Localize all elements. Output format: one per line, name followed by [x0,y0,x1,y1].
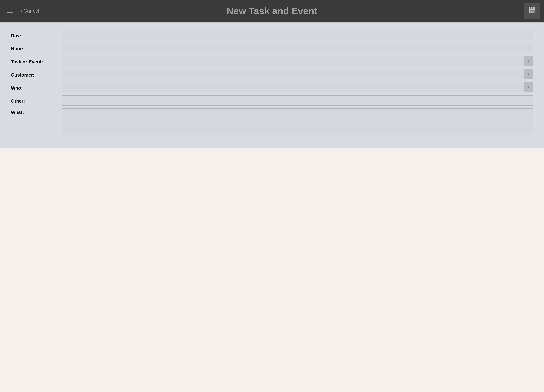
customer-select[interactable] [62,69,533,79]
hour-label: Hour: [11,45,62,52]
svg-rect-1 [530,7,533,9]
hamburger-menu-button[interactable] [4,6,16,16]
day-row: Day: [11,30,533,40]
what-textarea[interactable] [62,108,533,134]
save-button[interactable] [524,3,540,19]
cancel-button[interactable]: ‹ Cancel [19,6,41,15]
form-area: Day: Hour: Task or Event: Customer: Who: [0,23,544,148]
task-or-event-select-wrapper [62,56,533,66]
customer-select-wrapper [62,69,533,79]
task-or-event-row: Task or Event: [11,56,533,66]
other-input[interactable] [62,95,533,106]
other-label: Other: [11,97,62,104]
other-row: Other: [11,95,533,106]
save-icon [528,6,536,16]
customer-row: Customer: [11,69,533,79]
who-label: Who: [11,84,62,91]
page-title: New Task and Event [227,6,317,16]
body-area [0,148,544,238]
cancel-label: Cancel [24,8,39,14]
customer-label: Customer: [11,71,62,78]
hour-row: Hour: [11,43,533,53]
hamburger-icon [5,7,14,14]
hour-input[interactable] [62,43,533,53]
task-or-event-select[interactable] [62,56,533,66]
day-input[interactable] [62,30,533,40]
what-row: What: [11,108,533,134]
who-select-wrapper [62,82,533,92]
who-select[interactable] [62,82,533,92]
header: ‹ Cancel New Task and Event [0,0,544,22]
chevron-left-icon: ‹ [21,8,22,14]
day-label: Day: [11,32,62,39]
task-or-event-label: Task or Event: [11,58,62,65]
svg-rect-4 [530,11,534,12]
svg-rect-2 [531,7,532,9]
who-row: Who: [11,82,533,92]
what-label: What: [11,108,62,115]
